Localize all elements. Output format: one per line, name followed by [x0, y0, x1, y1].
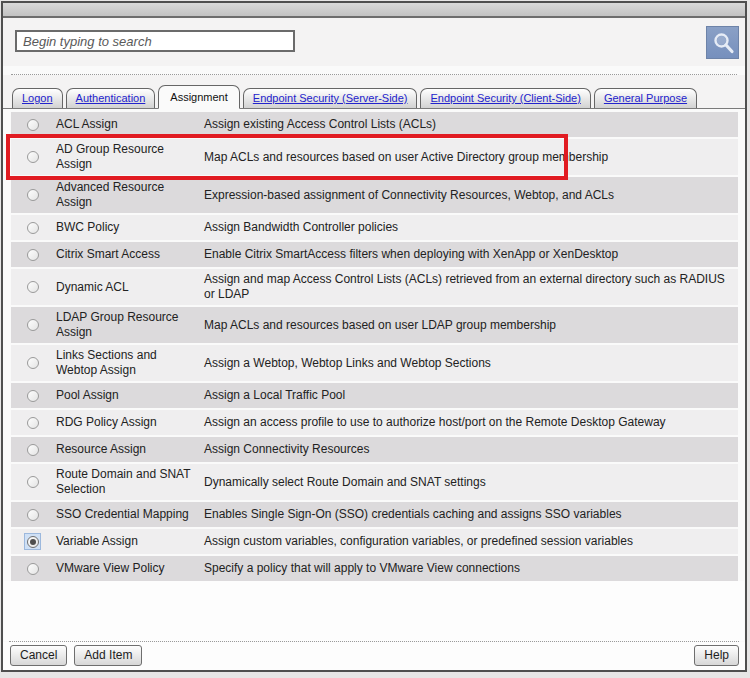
item-radio[interactable] [25, 318, 40, 333]
tab-label: Logon [22, 92, 53, 104]
item-name: Dynamic ACL [56, 280, 204, 295]
tab-label: Authentication [76, 92, 146, 104]
item-list: ACL Assign Assign existing Access Contro… [11, 109, 738, 581]
item-row[interactable]: Route Domain and SNAT Selection Dynamica… [11, 464, 738, 500]
item-description: Enable Citrix SmartAccess filters when d… [204, 247, 732, 262]
item-radio[interactable] [25, 188, 40, 203]
tab-logon[interactable]: Logon [12, 88, 63, 108]
item-row[interactable]: Dynamic ACL Assign and map Access Contro… [11, 269, 738, 305]
item-description: Assign custom variables, configuration v… [204, 534, 732, 549]
item-name: Advanced Resource Assign [56, 180, 204, 210]
item-radio[interactable] [25, 388, 40, 403]
item-radio[interactable] [25, 475, 40, 490]
item-radio[interactable] [25, 220, 40, 235]
tab-endpoint-security-server-side-[interactable]: Endpoint Security (Server-Side) [243, 88, 418, 108]
item-name: SSO Credential Mapping [56, 507, 204, 522]
item-name: Resource Assign [56, 442, 204, 457]
item-description: Assign and map Access Control Lists (ACL… [204, 272, 732, 302]
item-name: RDG Policy Assign [56, 415, 204, 430]
item-row[interactable]: Pool Assign Assign a Local Traffic Pool [11, 383, 738, 408]
item-radio[interactable] [25, 356, 40, 371]
tab-endpoint-security-client-side-[interactable]: Endpoint Security (Client-Side) [420, 88, 590, 108]
item-description: Dynamically select Route Domain and SNAT… [204, 475, 732, 490]
item-description: Assign existing Access Control Lists (AC… [204, 117, 732, 132]
add-item-button[interactable]: Add Item [74, 645, 142, 666]
item-radio[interactable] [25, 150, 40, 165]
item-name: VMware View Policy [56, 561, 204, 576]
item-radio[interactable] [25, 442, 40, 457]
item-row[interactable]: Citrix Smart Access Enable Citrix SmartA… [11, 242, 738, 267]
empty-area [4, 581, 744, 641]
item-row[interactable]: BWC Policy Assign Bandwidth Controller p… [11, 215, 738, 240]
item-description: Assign Connectivity Resources [204, 442, 732, 457]
item-radio[interactable] [25, 117, 40, 132]
item-description: Assign a Webtop, Webtop Links and Webtop… [204, 356, 732, 371]
item-radio[interactable] [25, 280, 40, 295]
item-description: Assign an access profile to use to autho… [204, 415, 732, 430]
item-name: Pool Assign [56, 388, 204, 403]
item-radio[interactable] [25, 534, 40, 549]
item-radio[interactable] [25, 561, 40, 576]
tab-label: Endpoint Security (Server-Side) [253, 92, 408, 104]
item-description: Expression-based assignment of Connectiv… [204, 188, 732, 203]
tab-label: Assignment [170, 91, 227, 103]
tab-authentication[interactable]: Authentication [66, 88, 156, 108]
item-row[interactable]: VMware View Policy Specify a policy that… [11, 556, 738, 581]
item-row[interactable]: Links Sections and Webtop Assign Assign … [11, 345, 738, 381]
item-name: AD Group Resource Assign [56, 142, 204, 172]
cancel-button[interactable]: Cancel [10, 645, 67, 666]
item-radio[interactable] [25, 507, 40, 522]
tab-label: General Purpose [604, 92, 687, 104]
item-name: BWC Policy [56, 220, 204, 235]
item-row[interactable]: AD Group Resource Assign Map ACLs and re… [11, 139, 738, 175]
tab-label: Endpoint Security (Client-Side) [430, 92, 580, 104]
item-radio[interactable] [25, 415, 40, 430]
item-row[interactable]: Resource Assign Assign Connectivity Reso… [11, 437, 738, 462]
item-row[interactable]: Advanced Resource Assign Expression-base… [11, 177, 738, 213]
item-row[interactable]: RDG Policy Assign Assign an access profi… [11, 410, 738, 435]
item-row[interactable]: Variable Assign Assign custom variables,… [11, 529, 738, 554]
item-name: LDAP Group Resource Assign [56, 310, 204, 340]
item-description: Map ACLs and resources based on user Act… [204, 150, 732, 165]
tab-assignment[interactable]: Assignment [158, 85, 239, 109]
item-description: Enables Single Sign-On (SSO) credentials… [204, 507, 732, 522]
item-name: Route Domain and SNAT Selection [56, 467, 204, 497]
footer: Cancel Add Item Help [3, 642, 745, 670]
search-input[interactable] [15, 30, 295, 52]
item-name: Links Sections and Webtop Assign [56, 348, 204, 378]
search-button[interactable] [706, 26, 739, 59]
item-row[interactable]: SSO Credential Mapping Enables Single Si… [11, 502, 738, 527]
item-name: ACL Assign [56, 117, 204, 132]
search-section [3, 18, 745, 66]
tab-general-purpose[interactable]: General Purpose [594, 88, 697, 108]
add-item-dialog: Logon Authentication Assignment Endpoint… [1, 1, 747, 672]
item-row[interactable]: LDAP Group Resource Assign Map ACLs and … [11, 307, 738, 343]
tabs: Logon Authentication Assignment Endpoint… [3, 75, 745, 109]
item-name: Citrix Smart Access [56, 247, 204, 262]
item-description: Assign a Local Traffic Pool [204, 388, 732, 403]
item-row[interactable]: ACL Assign Assign existing Access Contro… [11, 112, 738, 137]
magnifier-icon [711, 31, 735, 55]
item-description: Assign Bandwidth Controller policies [204, 220, 732, 235]
dialog-titlebar [3, 3, 745, 18]
item-name: Variable Assign [56, 534, 204, 549]
item-description: Map ACLs and resources based on user LDA… [204, 318, 732, 333]
item-description: Specify a policy that will apply to VMwa… [204, 561, 732, 576]
help-button[interactable]: Help [694, 645, 739, 666]
item-radio[interactable] [25, 247, 40, 262]
